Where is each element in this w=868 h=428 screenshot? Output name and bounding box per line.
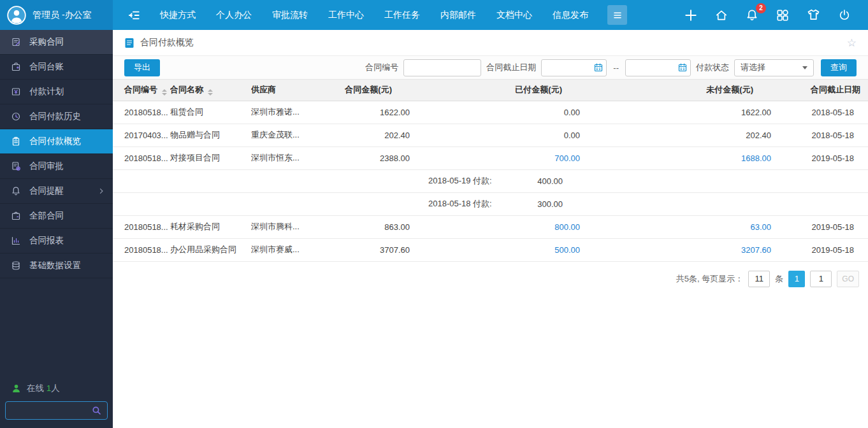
amount-link[interactable]: 700.00 — [554, 153, 580, 163]
select-value: 请选择 — [741, 62, 765, 73]
sort-icon[interactable] — [208, 89, 213, 96]
topbar-nav: 快捷方式个人办公审批流转工作中心工作任务内部邮件文档中心信息发布 — [150, 10, 598, 21]
topbar: 管理员 -办公室 快捷方式个人办公审批流转工作中心工作任务内部邮件文档中心信息发… — [0, 0, 868, 30]
topnav-item-0[interactable]: 快捷方式 — [150, 10, 206, 21]
date-range-separator: -- — [613, 63, 619, 73]
filter-bar: 导出 合同编号 合同截止日期 -- 付款状态 — [113, 56, 868, 80]
user-info[interactable]: 管理员 -办公室 — [0, 0, 113, 30]
calendar-icon[interactable] — [594, 63, 603, 72]
amount-link[interactable]: 63.00 — [750, 222, 771, 232]
column-header-4: 已付金额(元) — [410, 80, 580, 101]
topbar-main: 快捷方式个人办公审批流转工作中心工作任务内部邮件文档中心信息发布 2 — [113, 0, 868, 30]
cell-supplier: 深圳市腾科... — [251, 215, 315, 238]
filters: 合同编号 合同截止日期 -- 付款状态 — [365, 59, 857, 76]
column-header-1[interactable]: 合同名称 — [170, 80, 251, 101]
payment-plan-icon — [11, 87, 21, 97]
goto-page-input[interactable] — [810, 271, 832, 287]
topnav-item-3[interactable]: 工作中心 — [318, 10, 374, 21]
cell-contract-name: 对接项目合同 — [170, 146, 251, 169]
cell-contract-name: 物品赠与合同 — [170, 124, 251, 146]
user-avatar-icon — [7, 6, 26, 25]
sidebar-bottom: 在线 1人 — [0, 383, 113, 428]
wallet-icon — [11, 62, 21, 72]
sidebar-item-label: 合同台账 — [29, 61, 64, 73]
payment-detail-row: 2018-05-19 付款:400.00 — [113, 169, 868, 192]
cell-deadline: 2019-05-18 — [771, 146, 868, 169]
theme-shirt-icon[interactable] — [806, 8, 821, 22]
calendar-icon[interactable] — [678, 63, 687, 72]
amount-link[interactable]: 3207.60 — [741, 245, 771, 255]
sidebar-item-8[interactable]: 合同报表 — [0, 229, 113, 253]
cell-unpaid: 1688.00 — [580, 146, 771, 169]
chevron-right-icon — [98, 187, 105, 195]
sidebar-item-9[interactable]: 基础数据设置 — [0, 253, 113, 278]
column-header-0[interactable]: 合同编号 — [113, 80, 170, 101]
current-page-button[interactable]: 1 — [788, 271, 805, 287]
table-row[interactable]: 20180518...办公用品采购合同深圳市赛威...3707.60500.00… — [113, 238, 868, 261]
query-button[interactable]: 查询 — [821, 59, 857, 76]
power-icon[interactable] — [837, 8, 851, 22]
topnav-item-2[interactable]: 审批流转 — [262, 10, 318, 21]
cell-contract-no: 20180518... — [113, 238, 170, 261]
cell-supplier: 深圳市雅诺... — [251, 101, 315, 124]
cell-paid: 0.00 — [410, 124, 580, 146]
table-row[interactable]: 20170403...物品赠与合同重庆金茂联...202.400.00202.4… — [113, 124, 868, 146]
payment-status-select[interactable]: 请选择 — [734, 59, 814, 76]
sidebar-menu: 采购合同合同台账付款计划合同付款历史合同付款概览合同审批合同提醒全部合同合同报表… — [0, 30, 113, 278]
apps-icon[interactable] — [776, 8, 790, 22]
cell-amount: 2388.00 — [315, 146, 410, 169]
column-header-2: 供应商 — [251, 80, 315, 101]
table-row[interactable]: 20180518...耗材采购合同深圳市腾科...863.00800.0063.… — [113, 215, 868, 238]
home-icon[interactable] — [714, 8, 728, 22]
page-title: 合同付款概览 — [140, 37, 194, 48]
topnav-item-1[interactable]: 个人办公 — [206, 10, 262, 21]
amount-link[interactable]: 800.00 — [554, 222, 580, 232]
cell-paid: 500.00 — [410, 238, 580, 261]
cell-amount: 3707.60 — [315, 238, 410, 261]
sort-icon[interactable] — [162, 89, 167, 96]
app-window: 管理员 -办公室 快捷方式个人办公审批流转工作中心工作任务内部邮件文档中心信息发… — [0, 0, 868, 428]
more-menu-icon[interactable] — [607, 5, 627, 25]
table-row[interactable]: 20180518...对接项目合同深圳市恒东...2388.00700.0016… — [113, 146, 868, 169]
pagination: 共5条, 每页显示： 条 1 GO — [113, 262, 868, 287]
amount-link[interactable]: 1688.00 — [741, 153, 771, 163]
favorite-star-icon[interactable]: ☆ — [847, 38, 857, 48]
topnav-item-4[interactable]: 工作任务 — [374, 10, 430, 21]
bell-icon[interactable]: 2 — [745, 8, 759, 22]
search-icon[interactable] — [92, 406, 102, 416]
sidebar-item-7[interactable]: 全部合同 — [0, 204, 113, 229]
payment-detail-spacer — [113, 192, 410, 215]
page-size-input[interactable] — [748, 271, 770, 287]
topnav-item-5[interactable]: 内部邮件 — [430, 10, 486, 21]
plus-icon[interactable] — [684, 8, 698, 22]
sidebar: 采购合同合同台账付款计划合同付款历史合同付款概览合同审批合同提醒全部合同合同报表… — [0, 30, 113, 428]
pagination-total-text: 共5条, 每页显示： — [676, 273, 743, 285]
amount-link[interactable]: 500.00 — [554, 245, 580, 255]
topbar-action-icons: 2 — [684, 8, 868, 22]
cell-contract-no: 20180518... — [113, 215, 170, 238]
deadline-from-field — [541, 59, 607, 76]
sidebar-item-6[interactable]: 合同提醒 — [0, 179, 113, 204]
table-row[interactable]: 20180518...租赁合同深圳市雅诺...1622.000.001622.0… — [113, 101, 868, 124]
table-header-row: 合同编号合同名称供应商合同金额(元)已付金额(元)未付金额(元)合同截止日期 — [113, 80, 868, 101]
sidebar-item-3[interactable]: 合同付款历史 — [0, 104, 113, 129]
sidebar-item-2[interactable]: 付款计划 — [0, 80, 113, 104]
cell-contract-no: 20180518... — [113, 146, 170, 169]
go-button[interactable]: GO — [837, 271, 859, 287]
topnav-item-6[interactable]: 文档中心 — [486, 10, 542, 21]
sidebar-collapse-icon[interactable] — [127, 8, 141, 22]
sidebar-item-1[interactable]: 合同台账 — [0, 55, 113, 80]
sidebar-item-5[interactable]: 合同审批 — [0, 154, 113, 179]
contract-no-input[interactable] — [403, 59, 481, 76]
sidebar-search-input[interactable] — [11, 406, 92, 415]
sidebar-item-label: 合同审批 — [29, 160, 64, 172]
database-icon — [11, 260, 21, 271]
topnav-item-7[interactable]: 信息发布 — [542, 10, 598, 21]
export-button[interactable]: 导出 — [124, 59, 160, 76]
sidebar-item-0[interactable]: 采购合同 — [0, 30, 113, 55]
cell-unpaid: 202.40 — [580, 124, 771, 146]
sidebar-item-label: 合同付款概览 — [29, 136, 81, 147]
sidebar-item-4[interactable]: 合同付款概览 — [0, 129, 113, 154]
bell-icon — [11, 186, 21, 196]
cell-amount: 1622.00 — [315, 101, 410, 124]
